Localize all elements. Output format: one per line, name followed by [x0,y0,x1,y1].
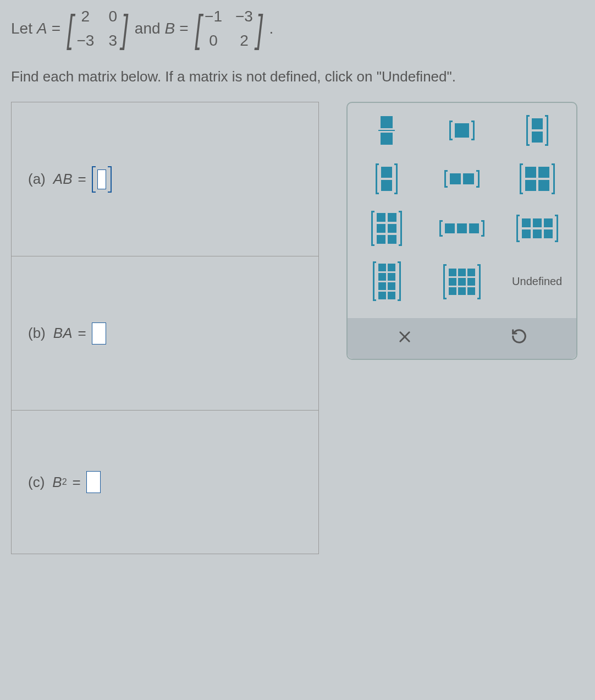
and-text: and [135,20,161,37]
reset-button[interactable] [462,318,576,359]
matrix-a-10: −3 [76,32,94,50]
part-c-var: B [52,474,62,491]
part-b-label: (b) [28,325,46,342]
part-b-var1: B [53,325,63,342]
part-c-eq: = [73,474,81,491]
matrix-3x2-button[interactable] [371,211,402,246]
period: . [269,20,273,37]
matrix-1x2-button[interactable] [444,162,480,195]
part-c-row: (c) B2 = [12,411,318,554]
part-a-row: (a) A B = [12,102,318,256]
part-c-sup: 2 [62,477,67,487]
answer-box: (a) A B = (b) B A = (c) B2 = [11,102,319,554]
matrix-a-01: 0 [107,8,118,25]
matrix-2x1-button[interactable] [526,114,548,147]
part-a-var2: B [63,171,72,188]
matrix-2x1-alt-button[interactable] [376,162,398,195]
undefined-button[interactable]: Undefined [512,265,562,298]
part-a-input[interactable] [92,166,112,193]
matrix-1x3-button[interactable] [439,212,484,245]
eq-b: = [179,20,188,37]
part-b-input[interactable] [92,322,106,344]
let-text: Let [11,20,32,37]
matrix-2x3-button[interactable] [516,212,558,245]
matrix-4x2-button[interactable] [373,261,401,302]
x-icon [397,329,412,349]
matrix-b: [ −1 −3 0 2 ] [193,6,265,52]
var-b: B [165,20,175,37]
clear-button[interactable] [348,318,462,359]
matrix-a-00: 2 [76,8,94,25]
matrix-1x1-button[interactable] [449,114,475,147]
matrix-2x2-button[interactable] [520,162,555,195]
matrix-a: [ 2 0 −3 3 ] [65,6,130,52]
part-a-var1: A [53,171,63,188]
matrix-b-10: 0 [205,32,222,50]
matrix-b-00: −1 [205,8,222,25]
matrix-a-11: 3 [107,32,118,50]
fraction-button[interactable] [378,114,395,147]
part-c-label: (c) [28,474,45,491]
matrix-b-01: −3 [235,8,253,25]
eq-a: = [52,20,60,37]
instruction-text: Find each matrix below. If a matrix is n… [11,68,584,85]
part-c-input[interactable] [86,471,101,493]
part-b-var2: A [63,325,72,342]
part-b-eq: = [78,325,86,342]
input-palette: Undefined [346,102,577,360]
problem-statement: Let A = [ 2 0 −3 3 ] and B = [ −1 −3 0 2… [11,6,584,52]
undo-icon [511,328,527,349]
part-a-eq: = [78,171,86,188]
part-a-label: (a) [28,171,46,188]
part-b-row: (b) B A = [12,256,318,411]
matrix-b-11: 2 [235,32,253,50]
var-a: A [37,20,47,37]
matrix-3x3-button[interactable] [443,264,481,299]
